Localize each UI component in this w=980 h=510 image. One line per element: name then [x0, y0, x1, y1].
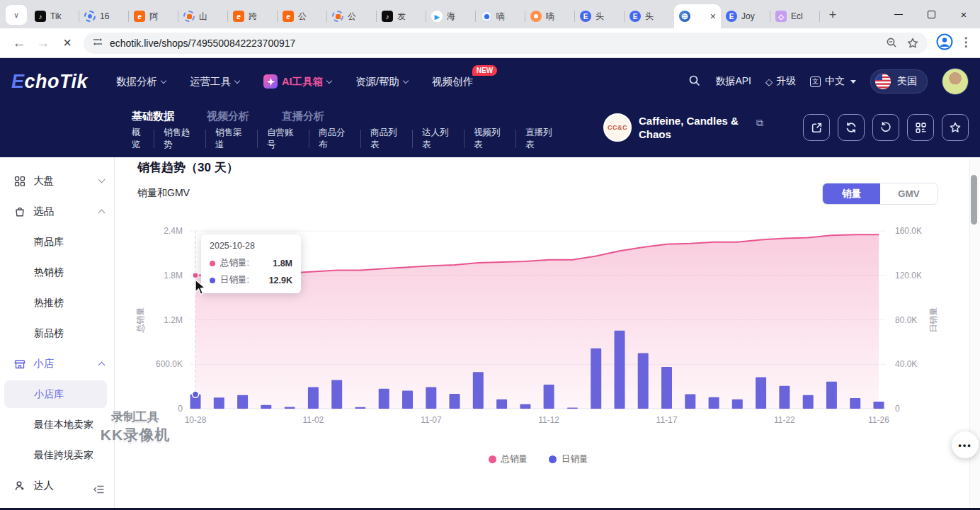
tab-search-button[interactable]: ∨ — [6, 5, 27, 25]
module-tab[interactable]: 直播分析 — [282, 110, 324, 123]
dashed-favicon-icon — [84, 11, 96, 22]
browser-tab[interactable]: E头 — [625, 4, 674, 28]
browser-tab[interactable]: ◇Ecl — [770, 4, 820, 28]
svg-text:160.0K: 160.0K — [895, 226, 922, 236]
stop-button[interactable]: × — [55, 31, 79, 55]
page-tab[interactable]: 概览 — [132, 127, 144, 151]
sidebar-item-小店[interactable]: 小店 — [0, 348, 114, 379]
tab-title: 头 — [645, 11, 669, 23]
language-selector[interactable]: 文中文 — [810, 75, 856, 88]
sidebar-item-热销榜[interactable]: 热销榜 — [0, 257, 114, 288]
close-button[interactable]: × — [947, 0, 980, 28]
forward-button[interactable]: → — [31, 31, 55, 55]
sidebar-item-新品榜[interactable]: 新品榜 — [0, 318, 114, 348]
sidebar-item-选品[interactable]: 选品 — [0, 196, 114, 227]
tab-separator — [309, 130, 309, 148]
nav-item[interactable]: 视频创作NEW — [432, 75, 473, 89]
sales-trend-chart[interactable]: 2.4M1.8M1.2M600.0K0160.0K120.0K80.0K40.0… — [115, 157, 972, 441]
page-tab[interactable]: 视频列表 — [474, 127, 506, 151]
more-actions-button[interactable]: ••• — [952, 431, 979, 458]
browser-tab[interactable]: ♪Tik — [30, 4, 79, 28]
sidebar-item-达人[interactable]: 达人 — [0, 470, 114, 501]
browser-tab[interactable]: e公 — [278, 4, 327, 28]
bird-favicon-icon: ▸ — [431, 11, 443, 22]
tab-separator — [154, 130, 154, 148]
svg-text:0: 0 — [895, 404, 900, 414]
browser-tab[interactable]: 嘀 — [476, 4, 525, 28]
history-button[interactable] — [872, 114, 899, 141]
copy-icon[interactable]: ⧉ — [756, 117, 763, 129]
browser-tab[interactable]: 山 — [178, 4, 228, 28]
browser-tab[interactable]: e跨 — [228, 4, 278, 28]
page-tab[interactable]: 达人列表 — [422, 127, 455, 151]
collapse-sidebar-icon[interactable] — [93, 484, 104, 497]
qr-code-button[interactable] — [907, 114, 934, 141]
url-text[interactable]: echotik.live/shops/7495500842223700917 — [110, 38, 881, 49]
browser-tab[interactable]: E头 — [575, 4, 625, 28]
url-bar[interactable]: echotik.live/shops/7495500842223700917 — [84, 33, 928, 54]
dashed-orange-favicon-icon — [183, 11, 195, 22]
legend-item-日销量[interactable]: 日销量 — [549, 453, 588, 465]
page-tab[interactable]: 销售趋势 — [164, 127, 196, 151]
browser-tab-active[interactable]: ⊕× — [674, 4, 721, 28]
chevron-up-icon — [98, 362, 106, 369]
globe-favicon-icon: ⊕ — [679, 11, 690, 22]
browser-tab[interactable]: EJoy — [721, 4, 770, 28]
site-info-icon[interactable] — [92, 36, 103, 50]
region-selector[interactable]: 美国 — [870, 69, 928, 94]
profile-avatar-icon[interactable] — [936, 33, 953, 53]
back-button[interactable]: ← — [7, 31, 31, 55]
browser-tab[interactable]: e阿 — [129, 4, 178, 28]
sidebar-item-热推榜[interactable]: 热推榜 — [0, 288, 114, 318]
module-tab[interactable]: 基础数据 — [132, 110, 174, 123]
bookmark-star-icon[interactable] — [902, 33, 923, 54]
open-shop-external-button[interactable] — [803, 114, 830, 141]
nav-item[interactable]: 运营工具 — [190, 75, 239, 89]
page-tab[interactable]: 直播列表 — [525, 127, 558, 151]
sidebar-item-label: 热推榜 — [34, 297, 64, 310]
data-api-link[interactable]: 数据API — [715, 75, 751, 88]
browser-tab[interactable]: ♪发 — [377, 4, 426, 28]
page-tab[interactable]: 商品列表 — [370, 127, 403, 151]
tab-separator — [464, 130, 465, 148]
echotik-logo[interactable]: EchoTik — [11, 71, 88, 93]
svg-text:1.2M: 1.2M — [164, 315, 183, 325]
upgrade-link[interactable]: ◇升级 — [765, 75, 796, 88]
page-tab[interactable]: 商品分布 — [319, 127, 351, 151]
browser-tab[interactable]: 嘀 — [525, 4, 575, 28]
scrollbar-thumb[interactable] — [971, 175, 977, 225]
chevron-down-icon — [234, 77, 240, 83]
new-tab-button[interactable]: + — [823, 5, 843, 25]
nav-item[interactable]: AI工具箱 — [263, 74, 331, 89]
favorite-star-button[interactable] — [942, 114, 969, 141]
search-icon[interactable] — [688, 74, 701, 89]
chart-legend: 总销量日销量 — [397, 453, 680, 465]
minimize-button[interactable] — [882, 0, 915, 28]
caret-down-icon — [850, 80, 856, 84]
shop-icon — [14, 358, 25, 370]
sidebar-item-label: 小店库 — [34, 388, 64, 401]
user-avatar[interactable] — [942, 68, 969, 95]
browser-tab[interactable]: 公 — [327, 4, 377, 28]
nav-item[interactable]: 资源/帮助 — [355, 75, 408, 89]
tab-separator — [257, 130, 258, 148]
sidebar-item-小店库[interactable]: 小店库 — [0, 379, 114, 409]
sidebar-item-商品库[interactable]: 商品库 — [0, 227, 114, 257]
orange-favicon-icon: e — [134, 11, 145, 22]
nav-item[interactable]: 数据分析 — [116, 75, 166, 89]
zoom-page-icon[interactable] — [881, 33, 902, 54]
tab-close-icon[interactable]: × — [710, 11, 716, 21]
menu-dots-icon[interactable]: ⋮ — [959, 40, 973, 45]
maximize-button[interactable] — [915, 0, 947, 28]
browser-tab[interactable]: ▸海 — [426, 4, 476, 28]
refresh-data-button[interactable] — [838, 114, 865, 141]
page-tab[interactable]: 销售渠道 — [215, 127, 248, 151]
module-tab[interactable]: 视频分析 — [207, 110, 249, 123]
chevron-down-icon — [161, 77, 166, 83]
legend-item-总销量[interactable]: 总销量 — [489, 453, 528, 465]
page-tab[interactable]: 自营账号 — [267, 127, 300, 151]
pink-dot-icon — [210, 261, 215, 266]
browser-tab[interactable]: 16 — [79, 4, 129, 28]
sidebar-item-大盘[interactable]: 大盘 — [0, 166, 114, 196]
tab-title: Joy — [741, 11, 765, 21]
